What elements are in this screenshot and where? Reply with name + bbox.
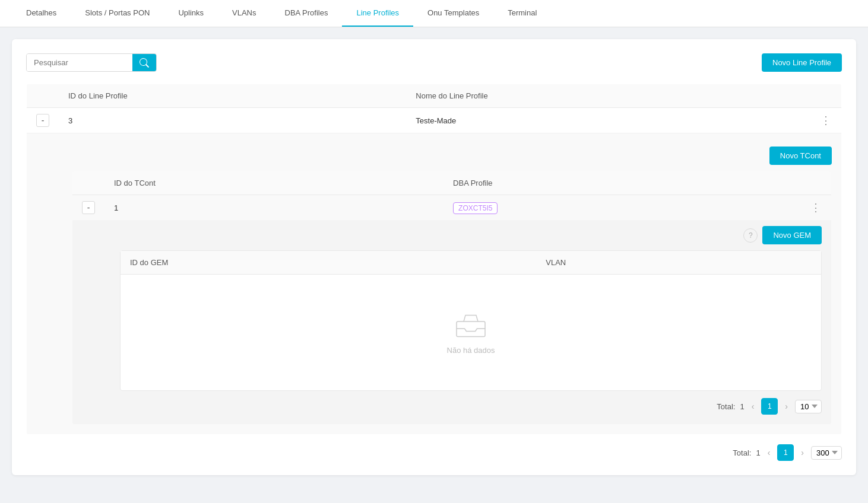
row-expand-cell: - xyxy=(27,108,59,133)
inner-total-label: Total: xyxy=(717,402,735,411)
table-row: - 3 Teste-Made ⋮ xyxy=(27,108,842,133)
col-id-tcont-header: ID do TCont xyxy=(104,171,443,195)
main-content: Novo Line Profile ID do Line Profile Nom… xyxy=(0,27,868,487)
empty-inbox-icon xyxy=(453,310,489,340)
outer-total-value: 1 xyxy=(756,448,760,457)
dba-profile-badge: ZOXCT5I5 xyxy=(453,202,498,214)
col-actions-header xyxy=(811,84,842,108)
tab-line-profiles[interactable]: Line Profiles xyxy=(342,0,413,27)
collapse-tcont-button[interactable]: - xyxy=(82,201,95,214)
tcont-dba-cell: ZOXCT5I5 xyxy=(443,195,801,221)
tcont-header-row: Novo TCont xyxy=(36,147,832,165)
search-icon xyxy=(140,58,149,68)
gem-empty-row: Não há dados xyxy=(121,275,821,391)
novo-gem-button[interactable]: Novo GEM xyxy=(762,226,822,244)
gem-header-row: ? Novo GEM xyxy=(82,226,822,244)
gem-expanded-row: ? Novo GEM xyxy=(72,220,832,425)
inner-prev-page-button[interactable]: ‹ xyxy=(749,400,757,412)
col-id-line-profile-header: ID do Line Profile xyxy=(59,84,406,108)
outer-prev-page-button[interactable]: ‹ xyxy=(765,447,773,459)
help-icon[interactable]: ? xyxy=(743,228,758,243)
expanded-row: Novo TCont ID do TCont DBA Profile xyxy=(27,133,842,435)
search-wrap xyxy=(26,53,157,72)
tcont-row: - 1 ZOXCT5I5 ⋮ xyxy=(72,195,832,221)
row-nome-cell: Teste-Made xyxy=(406,108,811,133)
inner-total-value: 1 xyxy=(740,402,744,411)
gem-empty-text: Não há dados xyxy=(447,346,495,355)
inner-pagination: Total: 1 ‹ 1 › 10 20 xyxy=(82,398,822,415)
col-tcont-expand xyxy=(72,171,105,195)
main-card: Novo Line Profile ID do Line Profile Nom… xyxy=(12,39,856,475)
tcont-id-cell: 1 xyxy=(104,195,443,221)
search-row: Novo Line Profile xyxy=(26,53,842,72)
tab-vlans[interactable]: VLANs xyxy=(218,0,270,27)
tcont-actions-cell: ⋮ xyxy=(801,195,832,221)
tab-slots-portas-pon[interactable]: Slots / Portas PON xyxy=(71,0,164,27)
col-id-line-profile xyxy=(27,84,59,108)
line-profiles-table: ID do Line Profile Nome do Line Profile … xyxy=(26,84,842,435)
tcont-more-icon[interactable]: ⋮ xyxy=(810,202,822,214)
tab-dba-profiles[interactable]: DBA Profiles xyxy=(271,0,343,27)
novo-tcont-button[interactable]: Novo TCont xyxy=(769,147,832,165)
gem-table: ID do GEM VLAN xyxy=(121,251,821,390)
tab-detalhes[interactable]: Detalhes xyxy=(12,0,71,27)
search-button[interactable] xyxy=(132,54,156,71)
col-nome-line-profile-header: Nome do Line Profile xyxy=(406,84,811,108)
gem-empty-state: Não há dados xyxy=(130,281,812,384)
search-input[interactable] xyxy=(27,54,132,71)
collapse-row-button[interactable]: - xyxy=(36,114,49,127)
outer-next-page-button[interactable]: › xyxy=(799,447,806,459)
col-dba-profile-header: DBA Profile xyxy=(443,171,801,195)
gem-section: ID do GEM VLAN xyxy=(120,250,822,391)
inner-next-page-button[interactable]: › xyxy=(783,400,790,412)
tcont-section: Novo TCont ID do TCont DBA Profile xyxy=(36,147,832,425)
row-id-cell: 3 xyxy=(59,108,406,133)
tab-onu-templates[interactable]: Onu Templates xyxy=(413,0,493,27)
inner-page-1-button[interactable]: 1 xyxy=(761,398,778,415)
tab-uplinks[interactable]: Uplinks xyxy=(164,0,218,27)
top-nav: Detalhes Slots / Portas PON Uplinks VLAN… xyxy=(0,0,868,27)
tcont-expand-cell: - xyxy=(72,195,105,221)
outer-pagination: Total: 1 ‹ 1 › 300 100 50 xyxy=(26,444,842,461)
row-actions-cell: ⋮ xyxy=(811,108,842,133)
outer-page-1-button[interactable]: 1 xyxy=(777,444,794,461)
col-gem-id-header: ID do GEM xyxy=(121,251,536,275)
tab-terminal[interactable]: Terminal xyxy=(493,0,551,27)
tcont-table: ID do TCont DBA Profile - xyxy=(72,171,832,425)
novo-line-profile-button[interactable]: Novo Line Profile xyxy=(762,53,842,72)
outer-total-label: Total: xyxy=(733,448,751,457)
col-tcont-actions-header xyxy=(801,171,832,195)
outer-page-size-select[interactable]: 300 100 50 xyxy=(811,446,842,460)
inner-page-size-select[interactable]: 10 20 50 xyxy=(795,400,822,413)
col-gem-vlan-header: VLAN xyxy=(536,251,821,275)
row-more-icon[interactable]: ⋮ xyxy=(821,114,832,126)
gem-empty-cell: Não há dados xyxy=(121,275,821,391)
